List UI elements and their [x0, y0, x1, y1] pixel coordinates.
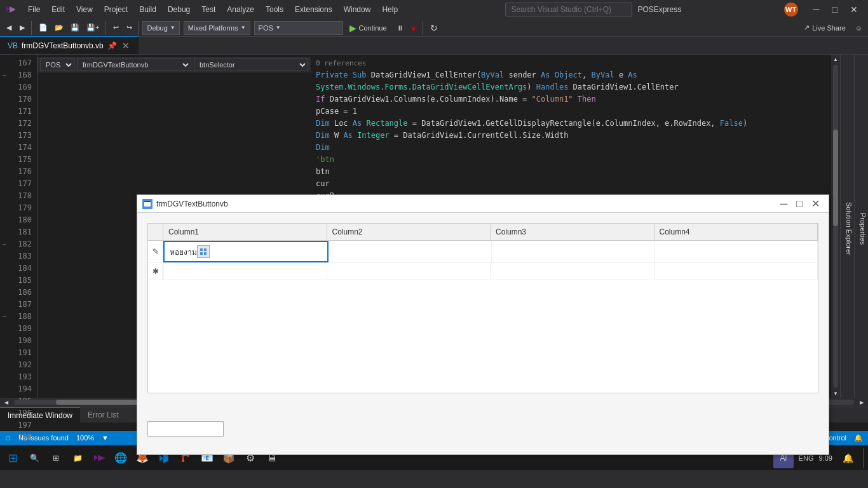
form-icon	[142, 199, 153, 209]
dg-cell-col1-2[interactable]	[163, 263, 327, 280]
restart-btn[interactable]: ↻	[427, 21, 441, 35]
feedback-btn[interactable]: ☺	[852, 21, 865, 35]
code-line-167: 0 references	[316, 57, 826, 69]
dg-cell-col4-1[interactable]	[654, 241, 818, 262]
code-line-176: cur	[316, 178, 826, 190]
taskbar-file-explorer[interactable]: 📁	[67, 448, 88, 468]
solution-explorer-tab[interactable]: Solution Explorer	[844, 198, 854, 259]
menu-analyze[interactable]: Analyze	[222, 3, 259, 17]
dg-cell-col3-2[interactable]	[491, 263, 654, 280]
menu-view[interactable]: View	[71, 3, 98, 17]
search-input[interactable]	[505, 3, 632, 17]
toolbar-save-btn[interactable]: 💾	[67, 21, 83, 35]
platform-dropdown[interactable]: Mixed Platforms ▼	[184, 21, 250, 35]
member-select[interactable]: btnSelector	[194, 58, 308, 71]
taskbar-task-view-button[interactable]: ⊞	[46, 448, 66, 468]
debug-config-dropdown[interactable]: Debug ▼	[142, 21, 179, 35]
form-textbox-input[interactable]	[147, 421, 224, 437]
form-maximize-button[interactable]: □	[792, 196, 806, 212]
properties-panel: Properties	[854, 55, 868, 398]
menu-project[interactable]: Project	[99, 3, 133, 17]
menu-tools[interactable]: Tools	[261, 3, 288, 17]
dg-cell-col3-1[interactable]	[492, 241, 655, 262]
menu-help[interactable]: Help	[377, 3, 403, 17]
toolbar-openfile-btn[interactable]: 📂	[51, 21, 67, 35]
maximize-button[interactable]: □	[827, 3, 843, 16]
user-avatar[interactable]: WT	[784, 3, 798, 17]
toolbar-newfile-btn[interactable]: 📄	[36, 21, 51, 35]
code-line-175: btn	[316, 166, 826, 178]
title-bar-right: WT ─ □ ✕	[784, 3, 863, 17]
menu-window[interactable]: Window	[339, 3, 376, 17]
svg-rect-2	[144, 201, 151, 202]
toolbar-forward-btn[interactable]: ▶	[16, 21, 29, 35]
properties-tab[interactable]: Properties	[858, 209, 868, 248]
live-share-button[interactable]: ↗ Live Share	[799, 22, 851, 33]
dg-cell-col4-2[interactable]	[654, 263, 818, 280]
namespace-select[interactable]: POS	[40, 58, 74, 71]
vscroll-track[interactable]	[833, 65, 838, 388]
minimize-button[interactable]: ─	[808, 3, 825, 16]
hscroll-right-btn[interactable]: ▶	[855, 398, 868, 407]
fold-btn-168[interactable]: −	[0, 69, 9, 81]
fold-btn-189[interactable]: −	[0, 311, 9, 323]
debug-config-arrow-icon: ▼	[170, 25, 175, 30]
vertical-scrollbar[interactable]: ▲ ▼	[831, 55, 840, 398]
bottom-tab-immediate[interactable]: Immediate Window	[0, 407, 80, 423]
dg-header-indicator	[148, 224, 163, 240]
menu-build[interactable]: Build	[134, 3, 161, 17]
taskbar-vs-icon[interactable]	[89, 448, 109, 468]
bottom-tab-errors[interactable]: Error List	[80, 407, 126, 423]
dg-inner-button[interactable]	[197, 245, 210, 258]
line-num-183: 183	[14, 250, 32, 262]
tab-filename-label: frmDGVTextButtonvb.vb	[22, 41, 104, 50]
line-num-184: 184	[14, 262, 32, 274]
live-share-icon: ↗	[804, 24, 810, 32]
form-close-button[interactable]: ✕	[808, 196, 824, 212]
menu-debug[interactable]: Debug	[163, 3, 195, 17]
fold-btn-183[interactable]: −	[0, 238, 9, 250]
menu-extensions[interactable]: Extensions	[290, 3, 337, 17]
pause-btn[interactable]: ⏸	[393, 21, 407, 35]
taskbar-clock[interactable]: 9:09	[819, 454, 832, 462]
continue-button[interactable]: ▶ Continue	[344, 21, 392, 35]
taskbar-search-button[interactable]: 🔍	[24, 448, 44, 468]
toolbar-group-debug: ⏸ ■	[393, 21, 423, 35]
code-line-168: Private Sub DataGridView1_CellEnter(ByVa…	[316, 69, 826, 93]
editor-tab-active[interactable]: VB frmDGVTextButtonvb.vb 📌 ✕	[0, 36, 139, 54]
status-zoom-label: 100%	[76, 434, 94, 442]
tab-close-button[interactable]: ✕	[121, 41, 131, 50]
line-num-193: 193	[14, 371, 32, 383]
dg-cell-col2-2[interactable]	[327, 263, 491, 280]
taskbar-edge-icon[interactable]: 🌐	[111, 448, 131, 468]
close-button[interactable]: ✕	[845, 3, 863, 16]
form-minimize-button[interactable]: ─	[776, 196, 791, 212]
toolbar-redo-btn[interactable]: ↪	[123, 21, 135, 35]
toolbar-group-file: 📄 📂 💾 💾+	[36, 21, 105, 35]
platform-arrow-icon: ▼	[241, 25, 246, 30]
dg-cell-indicator-1: ✎	[148, 241, 163, 262]
taskbar-notifications-icon[interactable]: 🔔	[837, 448, 858, 468]
continue-label: Continue	[359, 24, 387, 32]
dg-header-col4: Column4	[654, 224, 818, 240]
project-dropdown[interactable]: POS ▼	[254, 21, 343, 35]
dg-cell-col2-1[interactable]	[329, 241, 492, 262]
stop-btn[interactable]: ■	[407, 21, 420, 35]
hscroll-left-btn[interactable]: ◀	[0, 398, 13, 407]
menu-edit[interactable]: Edit	[46, 3, 70, 17]
menu-file[interactable]: File	[23, 3, 45, 17]
taskbar-start-button[interactable]: ⊞	[3, 448, 23, 468]
toolbar-saveall-btn[interactable]: 💾+	[83, 21, 102, 35]
dg-cell-col1-1[interactable]: หอยงาม	[163, 241, 329, 262]
toolbar-undo-btn[interactable]: ↩	[109, 21, 122, 35]
taskbar-show-desktop-btn[interactable]	[863, 448, 865, 468]
form-title-label: frmDGVTextButtonvb	[156, 200, 776, 208]
class-select[interactable]: frmDGVTextButtonvb	[77, 58, 191, 71]
status-notifications-icon[interactable]: 🔔	[854, 434, 863, 442]
vscroll-thumb[interactable]	[833, 130, 838, 226]
tab-bar: VB frmDGVTextButtonvb.vb 📌 ✕	[0, 37, 868, 55]
toolbar-back-btn[interactable]: ◀	[3, 21, 15, 35]
datagrid-row-1: ✎ หอยงาม	[148, 241, 818, 263]
menu-test[interactable]: Test	[196, 3, 220, 17]
toolbar-group-actions: ↩ ↪	[109, 21, 139, 35]
